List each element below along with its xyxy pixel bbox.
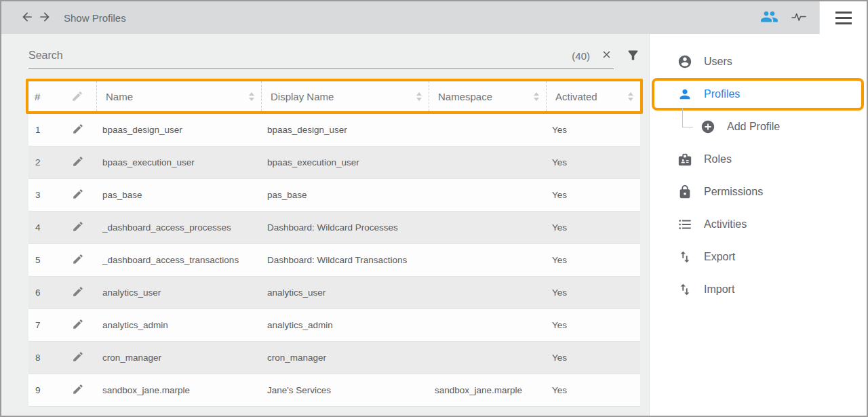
search-input[interactable] <box>28 49 572 62</box>
column-header-namespace[interactable]: Namespace <box>429 81 546 111</box>
back-button[interactable] <box>20 10 34 26</box>
edit-pencil-icon <box>72 318 84 332</box>
sort-icon <box>534 92 539 101</box>
app-window: Show Profiles (40) <box>0 0 868 417</box>
topbar-actions <box>760 1 867 34</box>
cell-name: pas_base <box>96 190 261 200</box>
edit-row-button[interactable] <box>60 253 96 267</box>
column-header-name[interactable]: Name <box>96 81 261 111</box>
sidebar-item-import[interactable]: Import <box>650 273 867 306</box>
sidebar-item-label: Add Profile <box>727 121 780 133</box>
cell-display-name: cron_manager <box>261 353 429 363</box>
arrow-right-icon <box>38 10 52 26</box>
table-header-highlight: # Name Display Name Namespace <box>26 79 643 114</box>
hamburger-icon <box>835 12 852 24</box>
clear-search-button[interactable] <box>601 49 612 62</box>
table-row[interactable]: 3 pas_base pas_base Yes <box>28 179 640 212</box>
edit-row-button[interactable] <box>60 383 96 397</box>
cell-name: bpaas_design_user <box>96 125 261 135</box>
funnel-icon <box>626 48 640 64</box>
cell-display-name: Dashboard: Wildcard Transactions <box>261 255 429 265</box>
row-number: 8 <box>28 353 60 363</box>
cell-display-name: pas_base <box>261 190 429 200</box>
result-count: (40) <box>572 50 590 62</box>
filter-button[interactable] <box>626 48 640 64</box>
sidebar-item-label: Export <box>704 251 735 263</box>
sidebar-item-add-profile[interactable]: Add Profile <box>650 111 867 143</box>
table-row[interactable]: 1 bpaas_design_user bpaas_design_user Ye… <box>28 114 640 146</box>
sidebar-item-label: Profiles <box>704 88 740 100</box>
edit-row-button[interactable] <box>60 123 96 137</box>
edit-pencil-icon <box>72 253 84 267</box>
row-number: 9 <box>28 385 60 395</box>
cell-activated: Yes <box>546 385 640 395</box>
cell-activated: Yes <box>546 157 640 167</box>
sidebar-item-activities[interactable]: Activities <box>650 208 867 241</box>
edit-row-button[interactable] <box>60 188 96 202</box>
edit-pencil-icon <box>72 285 84 300</box>
main-content: (40) # Name <box>1 34 649 416</box>
badge-icon <box>677 151 693 167</box>
sidebar-item-users[interactable]: Users <box>650 45 867 78</box>
cell-activated: Yes <box>546 320 640 330</box>
cell-display-name: bpaas_design_user <box>261 125 429 135</box>
forward-button[interactable] <box>38 10 52 26</box>
sidebar-item-export[interactable]: Export <box>650 241 867 273</box>
cell-activated: Yes <box>546 287 640 298</box>
sidebar: Users Profiles Add Profile Roles Permiss… <box>649 34 867 416</box>
cell-name: _dashboard_access_processes <box>96 222 261 233</box>
cell-name: _dashboard_access_transactions <box>96 255 261 265</box>
activity-monitor-button[interactable] <box>791 9 807 27</box>
users-group-button[interactable] <box>760 7 778 28</box>
row-number: 4 <box>28 222 60 233</box>
cell-display-name: bpaas_execution_user <box>261 157 429 167</box>
edit-row-button[interactable] <box>60 155 96 170</box>
cell-activated: Yes <box>546 125 640 135</box>
column-header-activated[interactable]: Activated <box>546 81 640 111</box>
edit-pencil-icon <box>72 383 84 397</box>
table-row[interactable]: 6 analytics_user analytics_user Yes <box>28 277 640 309</box>
column-label: Activated <box>555 91 597 102</box>
cell-display-name: Jane's Services <box>261 385 429 395</box>
sidebar-item-roles[interactable]: Roles <box>650 143 867 176</box>
table-row[interactable]: 5 _dashboard_access_transactions Dashboa… <box>28 244 640 277</box>
sidebar-item-permissions[interactable]: Permissions <box>650 176 867 208</box>
cell-display-name: analytics_admin <box>261 320 429 330</box>
edit-row-button[interactable] <box>60 318 96 332</box>
row-number: 5 <box>28 255 60 265</box>
edit-pencil-icon <box>72 351 84 365</box>
table-row[interactable]: 2 bpaas_execution_user bpaas_execution_u… <box>28 146 640 179</box>
column-header-edit <box>60 81 96 111</box>
column-label: Display Name <box>271 91 334 102</box>
sort-icon <box>628 92 633 101</box>
hamburger-menu-button[interactable] <box>819 1 867 34</box>
search-field: (40) <box>28 43 614 69</box>
edit-row-button[interactable] <box>60 220 96 235</box>
cell-name: analytics_user <box>96 287 261 298</box>
row-number: 7 <box>28 320 60 330</box>
sort-icon <box>249 92 254 101</box>
sidebar-item-profiles[interactable]: Profiles <box>652 78 864 111</box>
person-icon <box>677 86 693 102</box>
user-circle-icon <box>677 54 693 70</box>
sidebar-item-label: Activities <box>704 218 747 231</box>
table-row[interactable]: 9 sandbox_jane.marple Jane's Services sa… <box>28 374 640 407</box>
cell-activated: Yes <box>546 255 640 265</box>
edit-row-button[interactable] <box>60 351 96 365</box>
sidebar-item-label: Permissions <box>704 186 763 198</box>
table-row[interactable]: 8 cron_manager cron_manager Yes <box>28 342 640 374</box>
column-label: # <box>35 91 40 102</box>
row-number: 3 <box>28 190 60 200</box>
search-bar: (40) <box>28 43 640 69</box>
cell-name: sandbox_jane.marple <box>96 385 261 395</box>
edit-pencil-icon <box>72 188 84 202</box>
edit-row-button[interactable] <box>60 285 96 300</box>
column-header-display-name[interactable]: Display Name <box>261 81 429 111</box>
cell-name: analytics_admin <box>96 320 261 330</box>
sidebar-item-label: Users <box>704 56 732 68</box>
row-number: 1 <box>28 125 60 135</box>
table-row[interactable]: 7 analytics_admin analytics_admin Yes <box>28 309 640 342</box>
cell-display-name: Dashboard: Wildcard Processes <box>261 222 429 233</box>
table-row[interactable]: 4 _dashboard_access_processes Dashboard:… <box>28 212 640 244</box>
table-header-row: # Name Display Name Namespace <box>28 81 640 111</box>
